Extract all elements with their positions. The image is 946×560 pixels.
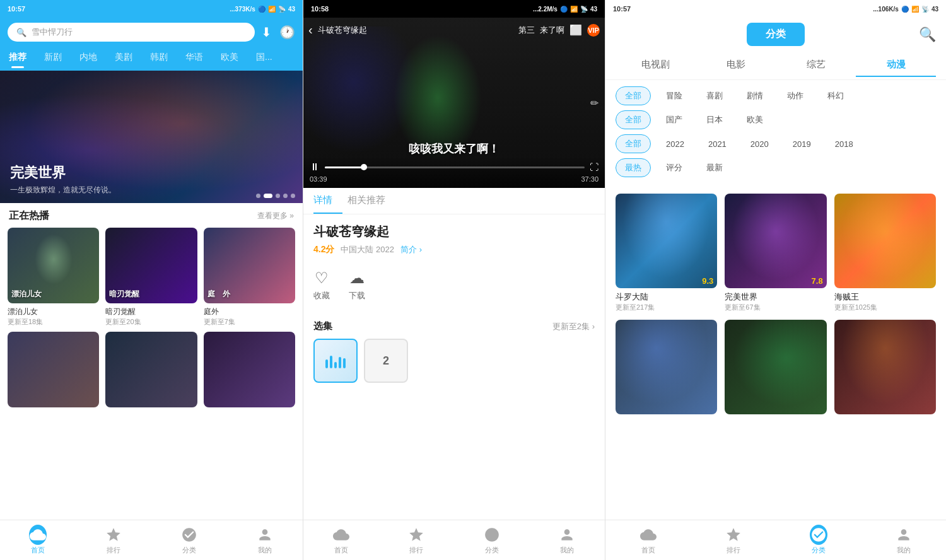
hot-card-r2-1[interactable] (105, 332, 197, 407)
cat-nav-category-label: 分类 (812, 545, 826, 555)
filter-region-japan[interactable]: 日本 (698, 111, 732, 129)
filter-genre-drama[interactable]: 剧情 (738, 87, 772, 105)
show-rating: 4.2分 (313, 244, 334, 255)
home-nav-mine-icon (256, 526, 274, 544)
player-bt-icon: 🔵 (560, 6, 568, 13)
video-back-btn[interactable]: ‹ (308, 23, 313, 37)
favorite-icon: ♡ (315, 269, 329, 287)
content-card-1[interactable]: 7.8 完美世界 更新至67集 (725, 194, 826, 312)
filter-year-2021[interactable]: 2021 (699, 136, 735, 152)
filter-region-west[interactable]: 欧美 (738, 111, 772, 129)
filter-genre-comedy[interactable]: 喜剧 (698, 87, 732, 105)
download-icon[interactable]: ⬇ (261, 25, 272, 40)
home-nav-rank[interactable]: 排行 (76, 526, 151, 555)
player-nav-home[interactable]: 首页 (303, 526, 379, 555)
hot-card-2[interactable]: 庭 外 庭外 更新至7集 (204, 228, 295, 327)
filter-genre-adventure[interactable]: 冒险 (657, 87, 691, 105)
hot-card-r2-2[interactable] (204, 332, 295, 407)
hot-card-0[interactable]: 漂泊儿女 漂泊儿女 更新至18集 (8, 228, 99, 327)
player-status-bar: 10:58 ...2.2M/s 🔵 📶 📡 43 (303, 0, 605, 18)
ep-bar-1 (325, 359, 328, 368)
filter-sort-hot[interactable]: 最热 (616, 158, 651, 177)
play-pause-btn[interactable]: ⏸ (310, 161, 320, 173)
tab-europe[interactable]: 欧美 (212, 49, 247, 66)
player-nav-rank[interactable]: 排行 (379, 526, 455, 555)
cat-nav-category[interactable]: 分类 (776, 526, 861, 555)
type-tab-tvdrama[interactable]: 电视剧 (616, 54, 696, 77)
player-nav-category[interactable]: 分类 (454, 526, 530, 555)
tab-chinese[interactable]: 华语 (177, 49, 212, 66)
cat-nav-rank[interactable]: 排行 (691, 526, 776, 555)
home-nav-home[interactable]: 首页 (0, 526, 76, 555)
tab-newdrama[interactable]: 新剧 (35, 49, 71, 66)
content-card-5[interactable] (834, 320, 936, 414)
content-thumb-3 (616, 320, 717, 414)
filter-genre-all[interactable]: 全部 (616, 86, 651, 105)
hot-section-more[interactable]: 查看更多 » (257, 211, 294, 221)
filter-genre-scifi[interactable]: 科幻 (819, 87, 853, 105)
filter-sort-rating[interactable]: 评分 (657, 159, 691, 177)
player-nav-mine[interactable]: 我的 (530, 526, 605, 555)
search-input[interactable]: 雪中悍刀行 (32, 26, 73, 38)
tab-mainland[interactable]: 内地 (71, 49, 106, 66)
cast-icon[interactable]: ⬜ (569, 24, 582, 36)
fullscreen-btn[interactable]: ⛶ (590, 162, 599, 172)
type-tab-anime[interactable]: 动漫 (856, 54, 936, 77)
hot-card-r2-0[interactable] (8, 332, 99, 407)
filter-year-2018[interactable]: 2018 (826, 136, 862, 152)
content-card-0[interactable]: 9.3 斗罗大陆 更新至217集 (616, 194, 717, 312)
cat-bottom-nav: 首页 排行 分类 (605, 520, 946, 560)
tab-us[interactable]: 美剧 (106, 49, 141, 66)
hot-card-thumb-r2-0 (8, 332, 99, 407)
filter-year-2020[interactable]: 2020 (742, 136, 778, 152)
action-download[interactable]: ☁ 下载 (349, 269, 365, 301)
type-tab-movie[interactable]: 电影 (696, 54, 776, 77)
hot-card-thumb-r2-2 (204, 332, 295, 407)
filter-region-all[interactable]: 全部 (616, 110, 651, 129)
episode-item-2[interactable]: 2 (364, 339, 408, 383)
action-favorite[interactable]: ♡ 收藏 (313, 269, 330, 301)
cat-search-icon[interactable]: 🔍 (919, 26, 936, 43)
cat-nav-mine[interactable]: 我的 (861, 526, 946, 555)
tab-more[interactable]: 国... (247, 49, 281, 66)
content-card-3[interactable] (616, 320, 717, 414)
cat-title-btn[interactable]: 分类 (747, 23, 805, 46)
video-area[interactable]: ‹ 斗破苍穹缘起 第三 来了啊 ⬜ VIP 咳咳我又来了啊！ ✏ ⏸ ⛶ (303, 18, 605, 188)
content-card-4[interactable] (725, 320, 826, 414)
banner-bg: 完美世界 一生极致辉煌，造就无尽传说。 (0, 71, 303, 203)
tab-detail[interactable]: 详情 (313, 188, 342, 214)
home-nav-category-label: 分类 (182, 545, 196, 555)
filter-genre-action[interactable]: 动作 (778, 87, 812, 105)
type-tab-variety[interactable]: 综艺 (776, 54, 856, 77)
filter-region-china[interactable]: 国产 (657, 111, 691, 129)
home-nav-tabs: 推荐 新剧 内地 美剧 韩剧 华语 欧美 国... (0, 47, 303, 71)
hot-card-1[interactable]: 暗刃觉醒 暗刃觉醒 更新至20集 (105, 228, 197, 327)
content-card-2[interactable]: 海贼王 更新至1025集 (834, 194, 936, 312)
home-nav-rank-icon (105, 526, 122, 544)
filter-year-2022[interactable]: 2022 (657, 136, 693, 152)
tab-kr[interactable]: 韩剧 (141, 49, 177, 66)
filter-sort-new[interactable]: 最新 (698, 159, 732, 177)
progress-bar[interactable] (325, 166, 585, 168)
tab-recommend[interactable]: 推荐 (0, 49, 35, 66)
show-info-link[interactable]: 简介 › (400, 244, 422, 255)
home-nav-category[interactable]: 分类 (151, 526, 227, 555)
filter-row-sort: 最热 评分 最新 (616, 158, 936, 177)
filter-year-all[interactable]: 全部 (616, 134, 651, 153)
content-sub-0: 更新至217集 (616, 303, 717, 312)
episode-item-1[interactable] (313, 339, 358, 383)
pencil-btn[interactable]: ✏ (590, 97, 599, 109)
cat-bt-icon: 🔵 (901, 6, 909, 13)
home-nav-mine[interactable]: 我的 (227, 526, 303, 555)
tab-related[interactable]: 相关推荐 (347, 188, 395, 214)
hot-section-title: 正在热播 (9, 209, 49, 223)
episode-more[interactable]: 更新至2集 › (552, 321, 595, 332)
cat-nav-home[interactable]: 首页 (605, 526, 691, 555)
history-icon[interactable]: 🕐 (279, 25, 295, 40)
search-input-box[interactable]: 🔍 雪中悍刀行 (8, 23, 255, 42)
banner[interactable]: 完美世界 一生极致辉煌，造就无尽传说。 (0, 71, 303, 203)
search-bar: 🔍 雪中悍刀行 ⬇ 🕐 (0, 18, 303, 47)
player-nav-rank-label: 排行 (409, 545, 423, 555)
hot-card-thumb-0: 漂泊儿女 (8, 228, 99, 303)
filter-year-2019[interactable]: 2019 (784, 136, 820, 152)
